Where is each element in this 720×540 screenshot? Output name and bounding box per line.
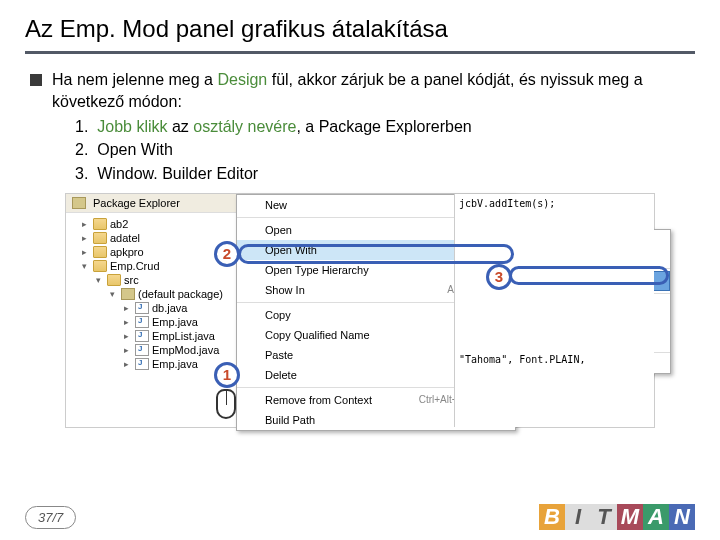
- tree-item[interactable]: ▸EmpList.java: [68, 329, 234, 343]
- menu-icon: [243, 223, 261, 237]
- slide-footer: 37/7 B I T M A N: [25, 504, 695, 530]
- mouse-icon: [216, 389, 236, 419]
- tree-item[interactable]: ▸ab2: [68, 217, 234, 231]
- eclipse-screenshot: Package Explorer ▸ab2▸adatel▸apkpro▾Emp.…: [65, 193, 655, 428]
- menu-icon: [243, 393, 261, 407]
- expand-icon[interactable]: ▸: [124, 303, 134, 313]
- bullet-marker: [30, 74, 42, 86]
- pkg-icon: [121, 288, 135, 300]
- tree-item[interactable]: ▸EmpMod.java: [68, 343, 234, 357]
- callout-3: 3: [486, 264, 512, 290]
- expand-icon[interactable]: ▸: [82, 247, 92, 257]
- package-explorer-panel: Package Explorer ▸ab2▸adatel▸apkpro▾Emp.…: [66, 194, 236, 427]
- java-icon: [135, 302, 149, 314]
- menu-icon: [243, 368, 261, 382]
- title-underline: [25, 51, 695, 54]
- java-icon: [135, 316, 149, 328]
- bullet-block: Ha nem jelenne meg a Design fül, akkor z…: [25, 69, 695, 185]
- callout-2: 2: [214, 241, 240, 267]
- menu-icon: [243, 308, 261, 322]
- menu-icon: [243, 263, 261, 277]
- expand-icon[interactable]: ▸: [82, 219, 92, 229]
- bullet-text: Ha nem jelenne meg a Design fül, akkor z…: [52, 69, 695, 114]
- package-explorer-header: Package Explorer: [66, 194, 236, 213]
- tree-label: Emp.Crud: [110, 260, 160, 272]
- tree-item[interactable]: ▾src: [68, 273, 234, 287]
- bitman-logo: B I T M A N: [539, 504, 695, 530]
- folder-icon: [107, 274, 121, 286]
- expand-icon[interactable]: ▾: [110, 289, 120, 299]
- menu-icon: [243, 198, 261, 212]
- tree-label: EmpMod.java: [152, 344, 219, 356]
- page-number: 37/7: [25, 506, 76, 529]
- folder-icon: [93, 260, 107, 272]
- tree-label: db.java: [152, 302, 187, 314]
- package-icon: [72, 197, 86, 209]
- menu-label: Copy: [265, 309, 480, 321]
- tree-label: Emp.java: [152, 358, 198, 370]
- java-icon: [135, 330, 149, 342]
- tree-label: apkpro: [110, 246, 144, 258]
- tree-item[interactable]: ▸adatel: [68, 231, 234, 245]
- package-tree[interactable]: ▸ab2▸adatel▸apkpro▾Emp.Crud▾src▾(default…: [66, 213, 236, 375]
- tree-item[interactable]: ▾Emp.Crud: [68, 259, 234, 273]
- slide: Az Emp. Mod panel grafikus átalakítása H…: [0, 0, 720, 443]
- expand-icon[interactable]: ▸: [82, 233, 92, 243]
- folder-icon: [93, 218, 107, 230]
- tree-item[interactable]: ▸Emp.java: [68, 315, 234, 329]
- menu-icon: [243, 243, 261, 257]
- menu-label: Paste: [265, 349, 481, 361]
- editor-code-fragment: jcbV.addItem(s); "Tahoma", Font.PLAIN,: [454, 194, 654, 427]
- folder-icon: [93, 246, 107, 258]
- expand-icon[interactable]: ▾: [82, 261, 92, 271]
- expand-icon[interactable]: ▸: [124, 331, 134, 341]
- expand-icon[interactable]: ▸: [124, 359, 134, 369]
- folder-icon: [93, 232, 107, 244]
- tree-item[interactable]: ▸apkpro: [68, 245, 234, 259]
- tree-label: EmpList.java: [152, 330, 215, 342]
- menu-icon: [243, 328, 261, 342]
- expand-icon[interactable]: ▸: [124, 345, 134, 355]
- tree-item[interactable]: ▸Emp.java: [68, 357, 234, 371]
- ordered-steps: 1. Jobb klikk az osztály nevére, a Packa…: [30, 116, 695, 185]
- design-word: Design: [217, 71, 267, 88]
- menu-icon: [243, 348, 261, 362]
- expand-icon[interactable]: ▸: [124, 317, 134, 327]
- tree-label: Emp.java: [152, 316, 198, 328]
- callout-1: 1: [214, 362, 240, 388]
- menu-label: Delete: [265, 369, 480, 381]
- tree-label: ab2: [110, 218, 128, 230]
- tree-item[interactable]: ▾(default package): [68, 287, 234, 301]
- tree-label: src: [124, 274, 139, 286]
- menu-icon: [243, 283, 261, 297]
- slide-title: Az Emp. Mod panel grafikus átalakítása: [25, 15, 695, 43]
- tree-label: (default package): [138, 288, 223, 300]
- menu-label: Remove from Context: [265, 394, 419, 406]
- java-icon: [135, 344, 149, 356]
- menu-icon: [243, 413, 261, 427]
- java-icon: [135, 358, 149, 370]
- menu-label: Show In: [265, 284, 447, 296]
- tree-label: adatel: [110, 232, 140, 244]
- expand-icon[interactable]: ▾: [96, 275, 106, 285]
- tree-item[interactable]: ▸db.java: [68, 301, 234, 315]
